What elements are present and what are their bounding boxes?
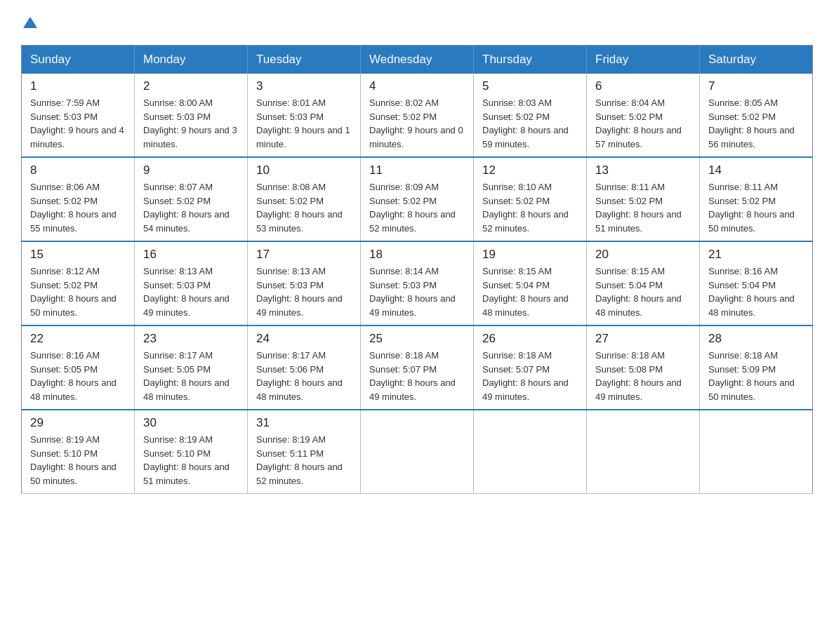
calendar-day-cell — [700, 410, 813, 494]
calendar-day-cell: 31 Sunrise: 8:19 AM Sunset: 5:11 PM Dayl… — [248, 410, 361, 494]
calendar-day-cell: 30 Sunrise: 8:19 AM Sunset: 5:10 PM Dayl… — [135, 410, 248, 494]
calendar-week-row: 22 Sunrise: 8:16 AM Sunset: 5:05 PM Dayl… — [22, 326, 813, 410]
day-number: 27 — [595, 332, 691, 346]
day-number: 7 — [708, 79, 804, 93]
calendar-day-cell: 12 Sunrise: 8:10 AM Sunset: 5:02 PM Dayl… — [474, 157, 587, 241]
day-info: Sunrise: 8:18 AM Sunset: 5:07 PM Dayligh… — [482, 349, 578, 403]
calendar-day-cell: 23 Sunrise: 8:17 AM Sunset: 5:05 PM Dayl… — [135, 326, 248, 410]
logo-triangle-icon — [22, 15, 38, 31]
day-info: Sunrise: 8:11 AM Sunset: 5:02 PM Dayligh… — [595, 180, 691, 235]
calendar-day-cell: 8 Sunrise: 8:06 AM Sunset: 5:02 PM Dayli… — [22, 157, 135, 241]
day-number: 16 — [143, 248, 239, 262]
day-info: Sunrise: 8:17 AM Sunset: 5:05 PM Dayligh… — [143, 349, 239, 403]
day-number: 1 — [30, 79, 126, 93]
day-info: Sunrise: 8:09 AM Sunset: 5:02 PM Dayligh… — [369, 180, 465, 235]
calendar-day-cell: 10 Sunrise: 8:08 AM Sunset: 5:02 PM Dayl… — [248, 157, 361, 241]
day-info: Sunrise: 8:13 AM Sunset: 5:03 PM Dayligh… — [256, 264, 352, 319]
calendar-day-cell: 17 Sunrise: 8:13 AM Sunset: 5:03 PM Dayl… — [248, 241, 361, 326]
day-info: Sunrise: 8:10 AM Sunset: 5:02 PM Dayligh… — [482, 180, 578, 235]
calendar-week-row: 29 Sunrise: 8:19 AM Sunset: 5:10 PM Dayl… — [22, 410, 813, 494]
day-info: Sunrise: 8:06 AM Sunset: 5:02 PM Dayligh… — [30, 180, 126, 235]
day-number: 26 — [482, 332, 578, 346]
day-number: 14 — [708, 163, 804, 177]
calendar-day-cell: 3 Sunrise: 8:01 AM Sunset: 5:03 PM Dayli… — [248, 74, 361, 157]
day-number: 25 — [369, 332, 465, 346]
day-info: Sunrise: 8:08 AM Sunset: 5:02 PM Dayligh… — [256, 180, 352, 235]
calendar-day-cell: 22 Sunrise: 8:16 AM Sunset: 5:05 PM Dayl… — [22, 326, 135, 410]
day-number: 18 — [369, 248, 465, 262]
calendar-day-cell: 20 Sunrise: 8:15 AM Sunset: 5:04 PM Dayl… — [587, 241, 700, 326]
calendar-day-cell: 2 Sunrise: 8:00 AM Sunset: 5:03 PM Dayli… — [135, 74, 248, 157]
day-info: Sunrise: 8:05 AM Sunset: 5:02 PM Dayligh… — [708, 96, 804, 151]
calendar-day-cell: 28 Sunrise: 8:18 AM Sunset: 5:09 PM Dayl… — [700, 326, 813, 410]
day-number: 12 — [482, 163, 578, 177]
day-number: 28 — [708, 332, 804, 346]
calendar-day-cell: 7 Sunrise: 8:05 AM Sunset: 5:02 PM Dayli… — [700, 74, 813, 157]
day-info: Sunrise: 8:18 AM Sunset: 5:08 PM Dayligh… — [595, 349, 691, 403]
day-info: Sunrise: 8:07 AM Sunset: 5:02 PM Dayligh… — [143, 180, 239, 235]
day-number: 20 — [595, 248, 691, 262]
calendar-day-header: Thursday — [474, 46, 587, 74]
calendar-day-cell: 5 Sunrise: 8:03 AM Sunset: 5:02 PM Dayli… — [474, 74, 587, 157]
calendar-day-header: Monday — [135, 46, 248, 74]
calendar-day-cell: 11 Sunrise: 8:09 AM Sunset: 5:02 PM Dayl… — [361, 157, 474, 241]
calendar-header-row: SundayMondayTuesdayWednesdayThursdayFrid… — [22, 46, 813, 74]
day-info: Sunrise: 8:19 AM Sunset: 5:10 PM Dayligh… — [30, 433, 126, 488]
day-number: 6 — [595, 79, 691, 93]
calendar-day-header: Sunday — [22, 46, 135, 74]
day-info: Sunrise: 8:13 AM Sunset: 5:03 PM Dayligh… — [143, 264, 239, 319]
day-number: 3 — [256, 79, 352, 93]
day-number: 22 — [30, 332, 126, 346]
day-info: Sunrise: 8:01 AM Sunset: 5:03 PM Dayligh… — [256, 96, 352, 151]
calendar-day-cell: 6 Sunrise: 8:04 AM Sunset: 5:02 PM Dayli… — [587, 74, 700, 157]
day-number: 10 — [256, 163, 352, 177]
day-number: 30 — [143, 416, 239, 430]
day-number: 5 — [482, 79, 578, 93]
page-header — [21, 14, 813, 31]
calendar-week-row: 1 Sunrise: 7:59 AM Sunset: 5:03 PM Dayli… — [22, 74, 813, 157]
day-info: Sunrise: 8:15 AM Sunset: 5:04 PM Dayligh… — [482, 264, 578, 319]
day-info: Sunrise: 8:16 AM Sunset: 5:05 PM Dayligh… — [30, 349, 126, 403]
day-number: 23 — [143, 332, 239, 346]
day-info: Sunrise: 8:17 AM Sunset: 5:06 PM Dayligh… — [256, 349, 352, 403]
calendar-day-cell: 25 Sunrise: 8:18 AM Sunset: 5:07 PM Dayl… — [361, 326, 474, 410]
day-number: 8 — [30, 163, 126, 177]
calendar-day-cell: 15 Sunrise: 8:12 AM Sunset: 5:02 PM Dayl… — [22, 241, 135, 326]
calendar-day-header: Tuesday — [248, 46, 361, 74]
day-number: 24 — [256, 332, 352, 346]
calendar-day-cell: 4 Sunrise: 8:02 AM Sunset: 5:02 PM Dayli… — [361, 74, 474, 157]
day-info: Sunrise: 8:18 AM Sunset: 5:07 PM Dayligh… — [369, 349, 465, 403]
calendar-day-cell: 9 Sunrise: 8:07 AM Sunset: 5:02 PM Dayli… — [135, 157, 248, 241]
day-info: Sunrise: 8:14 AM Sunset: 5:03 PM Dayligh… — [369, 264, 465, 319]
calendar-day-header: Wednesday — [361, 46, 474, 74]
calendar-table: SundayMondayTuesdayWednesdayThursdayFrid… — [21, 45, 813, 494]
calendar-week-row: 8 Sunrise: 8:06 AM Sunset: 5:02 PM Dayli… — [22, 157, 813, 241]
calendar-week-row: 15 Sunrise: 8:12 AM Sunset: 5:02 PM Dayl… — [22, 241, 813, 326]
calendar-day-cell: 19 Sunrise: 8:15 AM Sunset: 5:04 PM Dayl… — [474, 241, 587, 326]
day-number: 19 — [482, 248, 578, 262]
calendar-day-cell: 14 Sunrise: 8:11 AM Sunset: 5:02 PM Dayl… — [700, 157, 813, 241]
day-info: Sunrise: 8:19 AM Sunset: 5:11 PM Dayligh… — [256, 433, 352, 488]
day-info: Sunrise: 8:15 AM Sunset: 5:04 PM Dayligh… — [595, 264, 691, 319]
day-info: Sunrise: 8:16 AM Sunset: 5:04 PM Dayligh… — [708, 264, 804, 319]
calendar-day-cell — [474, 410, 587, 494]
calendar-day-cell: 18 Sunrise: 8:14 AM Sunset: 5:03 PM Dayl… — [361, 241, 474, 326]
day-info: Sunrise: 8:18 AM Sunset: 5:09 PM Dayligh… — [708, 349, 804, 403]
calendar-day-cell: 24 Sunrise: 8:17 AM Sunset: 5:06 PM Dayl… — [248, 326, 361, 410]
calendar-day-cell: 27 Sunrise: 8:18 AM Sunset: 5:08 PM Dayl… — [587, 326, 700, 410]
day-info: Sunrise: 8:00 AM Sunset: 5:03 PM Dayligh… — [143, 96, 239, 151]
svg-marker-0 — [23, 17, 37, 28]
calendar-day-header: Saturday — [700, 46, 813, 74]
day-number: 29 — [30, 416, 126, 430]
calendar-day-header: Friday — [587, 46, 700, 74]
day-info: Sunrise: 8:04 AM Sunset: 5:02 PM Dayligh… — [595, 96, 691, 151]
day-info: Sunrise: 8:12 AM Sunset: 5:02 PM Dayligh… — [30, 264, 126, 319]
day-number: 4 — [369, 79, 465, 93]
day-info: Sunrise: 8:03 AM Sunset: 5:02 PM Dayligh… — [482, 96, 578, 151]
day-number: 11 — [369, 163, 465, 177]
day-info: Sunrise: 8:19 AM Sunset: 5:10 PM Dayligh… — [143, 433, 239, 488]
calendar-day-cell: 29 Sunrise: 8:19 AM Sunset: 5:10 PM Dayl… — [22, 410, 135, 494]
calendar-day-cell: 1 Sunrise: 7:59 AM Sunset: 5:03 PM Dayli… — [22, 74, 135, 157]
day-info: Sunrise: 8:02 AM Sunset: 5:02 PM Dayligh… — [369, 96, 465, 151]
calendar-day-cell: 16 Sunrise: 8:13 AM Sunset: 5:03 PM Dayl… — [135, 241, 248, 326]
